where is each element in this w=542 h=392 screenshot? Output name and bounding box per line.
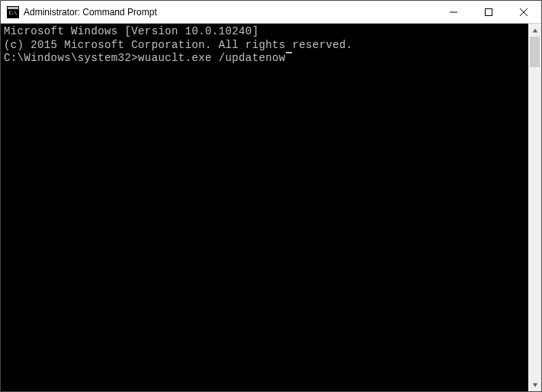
scrollbar-thumb[interactable] <box>530 37 540 67</box>
command-text: wuauclt.exe /updatenow <box>138 52 286 66</box>
minimize-button[interactable] <box>436 1 471 23</box>
scroll-down-button[interactable] <box>528 378 541 391</box>
svg-marker-8 <box>532 383 537 387</box>
close-button[interactable] <box>506 1 541 23</box>
terminal-output[interactable]: Microsoft Windows [Version 10.0.10240](c… <box>1 24 528 391</box>
output-line: (c) 2015 Microsoft Corporation. All righ… <box>4 39 525 53</box>
output-line: Microsoft Windows [Version 10.0.10240] <box>4 25 525 39</box>
vertical-scrollbar[interactable] <box>528 24 541 391</box>
scrollbar-track[interactable] <box>528 37 541 378</box>
cmd-icon: C:\ <box>7 6 19 18</box>
svg-rect-4 <box>486 8 492 15</box>
window-controls <box>436 1 541 23</box>
svg-marker-7 <box>532 28 537 32</box>
prompt-text: C:\Windows\system32> <box>4 52 138 66</box>
window-title: Administrator: Command Prompt <box>24 7 157 18</box>
command-prompt-window: C:\ Administrator: Command Prompt Micros… <box>0 0 542 392</box>
scroll-up-button[interactable] <box>528 24 541 37</box>
prompt-line: C:\Windows\system32>wuauclt.exe /updaten… <box>4 52 525 66</box>
svg-text:C:\: C:\ <box>9 10 18 15</box>
text-cursor <box>286 52 292 53</box>
titlebar-left: C:\ Administrator: Command Prompt <box>1 6 157 18</box>
titlebar[interactable]: C:\ Administrator: Command Prompt <box>1 1 541 24</box>
svg-rect-1 <box>8 7 18 9</box>
maximize-button[interactable] <box>471 1 506 23</box>
content-area: Microsoft Windows [Version 10.0.10240](c… <box>1 24 541 391</box>
